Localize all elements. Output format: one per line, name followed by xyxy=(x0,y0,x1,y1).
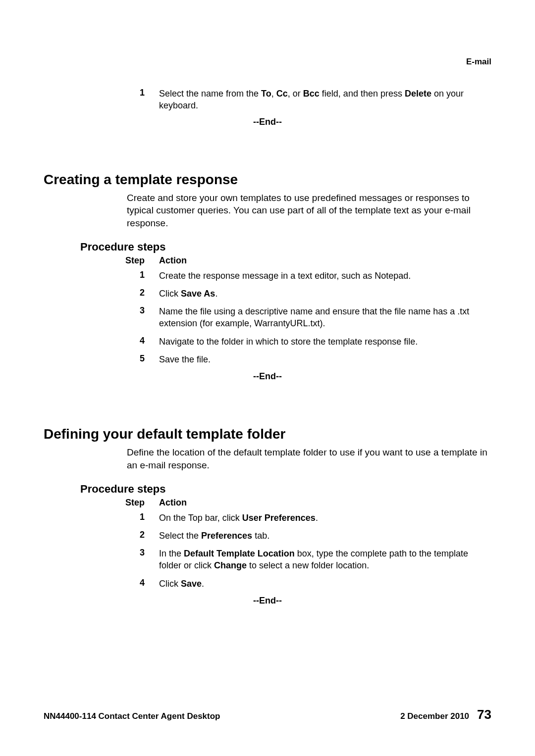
step-number: 3 xyxy=(125,305,159,330)
step-number: 4 xyxy=(125,578,159,590)
step-row: 3 Name the file using a descriptive name… xyxy=(125,305,491,330)
step-number: 2 xyxy=(125,530,159,542)
step-row: 3 In the Default Template Location box, … xyxy=(125,548,491,572)
step-row: 2 Select the Preferences tab. xyxy=(125,530,491,542)
step-action: On the Top bar, click User Preferences. xyxy=(159,512,491,524)
step-header-label: Step xyxy=(125,498,159,508)
step-row: 1 Select the name from the To, Cc, or Bc… xyxy=(125,88,491,112)
section-intro: Create and store your own templates to u… xyxy=(127,192,491,230)
end-marker: --End-- xyxy=(44,117,491,127)
step-action: Create the response message in a text ed… xyxy=(159,270,491,282)
step-number: 1 xyxy=(125,270,159,282)
step-row: 1 Create the response message in a text … xyxy=(125,270,491,282)
steps-container: 1 On the Top bar, click User Preferences… xyxy=(125,512,491,590)
step-number: 4 xyxy=(125,336,159,348)
footer-left: NN44400-114 Contact Center Agent Desktop xyxy=(44,711,220,721)
footer-date: 2 December 2010 xyxy=(400,711,469,721)
page-header-section: E-mail xyxy=(44,57,491,67)
procedure-steps-heading: Procedure steps xyxy=(80,241,491,253)
step-number: 2 xyxy=(125,288,159,300)
action-header-label: Action xyxy=(159,498,187,508)
page-number: 73 xyxy=(477,707,491,722)
step-header-row: Step Action xyxy=(125,498,491,508)
step-action: Click Save. xyxy=(159,578,491,590)
step-number: 5 xyxy=(125,353,159,365)
end-marker: --End-- xyxy=(44,596,491,606)
step-action: Name the file using a descriptive name a… xyxy=(159,305,491,330)
step-number: 1 xyxy=(125,512,159,524)
step-header-row: Step Action xyxy=(125,255,491,266)
step-action: Click Save As. xyxy=(159,288,491,300)
step-action: Save the file. xyxy=(159,353,491,365)
step-action: In the Default Template Location box, ty… xyxy=(159,548,491,572)
footer-right: 2 December 201073 xyxy=(400,707,491,722)
step-action: Select the name from the To, Cc, or Bcc … xyxy=(159,88,491,112)
step-row: 2 Click Save As. xyxy=(125,288,491,300)
step-row: 5 Save the file. xyxy=(125,353,491,365)
step-action: Navigate to the folder in which to store… xyxy=(159,336,491,348)
step-row: 1 On the Top bar, click User Preferences… xyxy=(125,512,491,524)
section-heading-default-folder: Defining your default template folder xyxy=(44,426,491,442)
step-row: 4 Click Save. xyxy=(125,578,491,590)
step-number: 1 xyxy=(125,88,159,112)
page-footer: NN44400-114 Contact Center Agent Desktop… xyxy=(44,707,491,722)
action-header-label: Action xyxy=(159,255,187,266)
section-intro: Define the location of the default templ… xyxy=(127,446,491,471)
step-action: Select the Preferences tab. xyxy=(159,530,491,542)
section-label: E-mail xyxy=(466,57,491,66)
end-marker: --End-- xyxy=(44,371,491,382)
step-row: 4 Navigate to the folder in which to sto… xyxy=(125,336,491,348)
section-heading-creating-template: Creating a template response xyxy=(44,172,491,188)
initial-step-block: 1 Select the name from the To, Cc, or Bc… xyxy=(125,88,491,112)
step-number: 3 xyxy=(125,548,159,572)
procedure-steps-heading: Procedure steps xyxy=(80,483,491,496)
step-header-label: Step xyxy=(125,255,159,266)
steps-container: 1 Create the response message in a text … xyxy=(125,270,491,366)
